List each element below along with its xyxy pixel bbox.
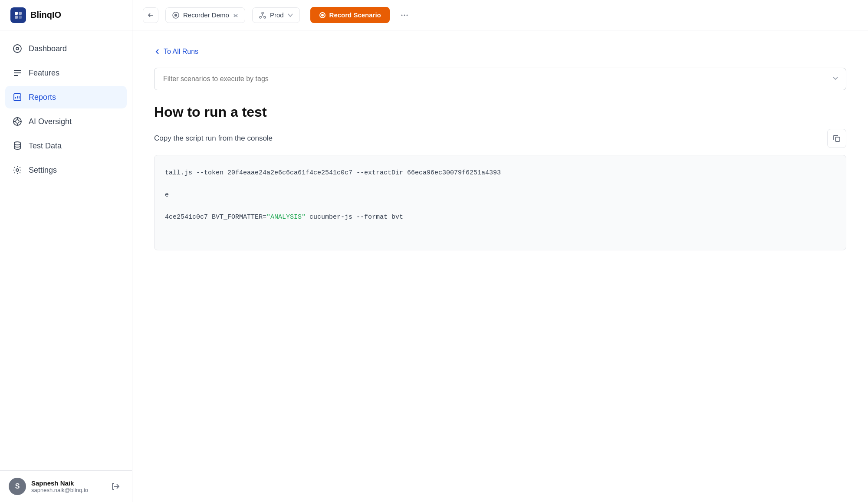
svg-point-18 [404,14,405,16]
filter-container [154,68,846,90]
sidebar-item-label: Dashboard [29,44,67,53]
recorder-selector[interactable]: Recorder Demo [165,7,245,23]
code-line-2: e [165,191,169,199]
logo-icon [10,7,26,23]
code-line-1: tall.js --token 20f4eaae24a2e6c6ca61f4ce… [165,169,501,177]
avatar: S [9,478,26,495]
ai-oversight-icon [12,116,23,127]
more-options-button[interactable] [397,7,412,23]
test-data-icon [12,141,23,151]
recorder-label: Recorder Demo [183,11,229,19]
sidebar-item-reports[interactable]: Reports [5,86,127,108]
back-to-runs-link[interactable]: To All Runs [154,48,846,56]
sidebar: BlinqIO Dashboard Features [0,0,132,502]
svg-point-11 [175,14,177,16]
sidebar-item-dashboard[interactable]: Dashboard [5,37,127,60]
sidebar-item-label: Settings [29,166,57,175]
code-line-3-suffix: cucumber-js --format bvt [306,213,403,221]
topbar: Recorder Demo Prod Record Sce [132,0,868,30]
svg-point-12 [262,12,263,14]
sidebar-item-test-data[interactable]: Test Data [5,135,127,157]
svg-point-5 [16,47,19,50]
svg-rect-2 [15,16,18,19]
env-selector[interactable]: Prod [252,7,300,23]
svg-point-7 [16,120,19,123]
sidebar-item-label: Test Data [29,141,62,151]
record-button-label: Record Scenario [329,11,381,19]
back-link-text: To All Runs [164,48,198,56]
features-icon [12,68,23,78]
code-highlight: "ANALYSIS" [266,213,306,221]
code-block: tall.js --token 20f4eaae24a2e6c6ca61f4ce… [154,155,846,250]
user-info: S Sapnesh Naik sapnesh.naik@blinq.io [9,478,88,495]
svg-rect-1 [19,12,22,15]
sidebar-item-label: Features [29,69,59,78]
dashboard-icon [12,43,23,54]
sidebar-item-label: Reports [29,93,56,102]
sidebar-item-settings[interactable]: Settings [5,159,127,181]
svg-point-4 [13,45,21,52]
svg-point-17 [401,14,402,16]
sidebar-bottom: S Sapnesh Naik sapnesh.naik@blinq.io [0,470,132,502]
copy-button[interactable] [827,129,846,148]
svg-rect-20 [835,137,840,141]
main-area: Recorder Demo Prod Record Sce [132,0,868,502]
content-area: To All Runs How to run a test Copy the s… [132,30,868,502]
sidebar-item-label: AI Oversight [29,117,72,126]
user-name: Sapnesh Naik [31,479,88,487]
collapse-button[interactable] [143,7,158,23]
svg-point-16 [321,14,324,16]
user-details: Sapnesh Naik sapnesh.naik@blinq.io [31,479,88,493]
svg-rect-0 [15,12,18,15]
filter-input[interactable] [154,68,846,90]
svg-rect-3 [19,16,22,19]
code-line-3-prefix: 4ce2541c0c7 BVT_FORMATTER= [165,213,266,221]
section-title: How to run a test [154,104,846,120]
svg-point-19 [406,14,408,16]
logo-text: BlinqIO [30,10,61,20]
sidebar-item-ai-oversight[interactable]: AI Oversight [5,110,127,133]
svg-point-9 [16,169,19,171]
reports-icon [12,92,23,102]
copy-instruction-text: Copy the script run from the console [154,134,273,143]
copy-instruction-row: Copy the script run from the console [154,129,846,148]
logo-area: BlinqIO [0,0,132,30]
sidebar-nav: Dashboard Features Reports [0,30,132,470]
record-scenario-button[interactable]: Record Scenario [310,7,390,23]
sidebar-item-features[interactable]: Features [5,62,127,84]
settings-icon [12,165,23,175]
env-label: Prod [270,11,284,19]
user-email: sapnesh.naik@blinq.io [31,487,88,493]
logout-button[interactable] [108,479,123,494]
